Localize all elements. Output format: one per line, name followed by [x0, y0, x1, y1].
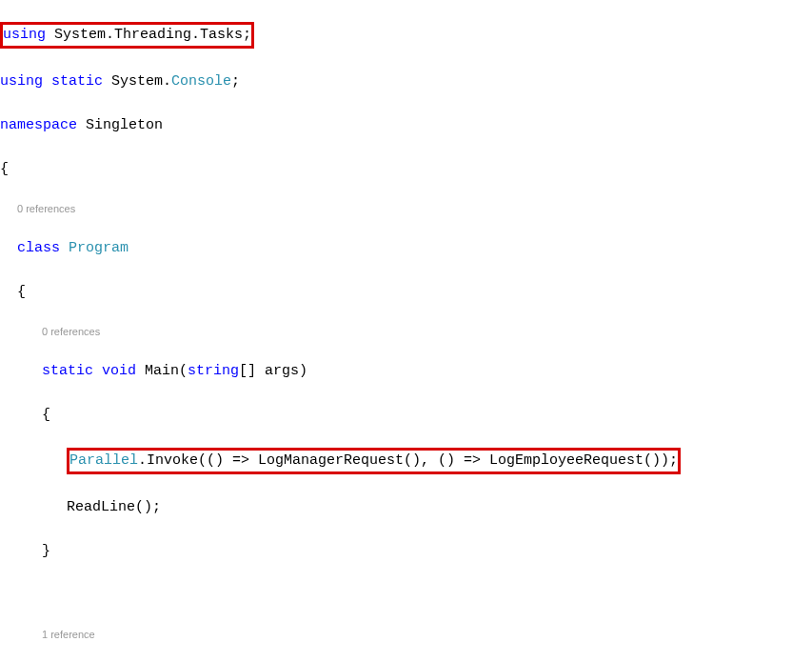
brace: {: [17, 284, 26, 300]
type-name: Program: [69, 240, 129, 256]
highlight-box-using: using System.Threading.Tasks;: [0, 22, 254, 49]
codelens-references[interactable]: 0 references: [0, 325, 812, 338]
code-editor[interactable]: using System.Threading.Tasks; using stat…: [0, 0, 812, 662]
keyword: class: [17, 240, 60, 256]
code-text: Singleton: [77, 117, 163, 133]
code-line: Parallel.Invoke(() => LogManagerRequest(…: [0, 448, 812, 474]
code-line: }: [0, 540, 812, 562]
code-line: static void Main(string[] args): [0, 360, 812, 382]
code-text: .Invoke(() => LogManagerRequest(), () =>…: [138, 452, 678, 469]
code-text: System.Threading.Tasks;: [46, 27, 251, 43]
code-text: System.: [103, 73, 171, 90]
codelens-references[interactable]: 1 reference: [0, 628, 812, 641]
codelens-references[interactable]: 0 references: [0, 202, 812, 215]
keyword: using: [3, 27, 46, 43]
brace: }: [42, 543, 50, 559]
blank-line: [0, 584, 812, 606]
code-line: ReadLine();: [0, 496, 812, 518]
code-text: ReadLine();: [67, 499, 161, 515]
code-line: {: [0, 281, 812, 303]
type-name: Parallel: [69, 452, 138, 469]
keyword: using: [0, 73, 43, 90]
code-text: Main(: [136, 363, 188, 379]
keyword: static: [42, 363, 93, 379]
code-line: namespace Singleton: [0, 114, 812, 136]
code-line: class Program: [0, 237, 812, 259]
keyword: string: [188, 363, 239, 379]
type-name: Console: [171, 73, 231, 90]
code-text: [] args): [239, 363, 307, 379]
keyword: static: [51, 73, 103, 90]
brace: {: [0, 161, 9, 177]
brace: {: [42, 407, 50, 423]
code-text: ;: [231, 73, 240, 90]
code-line: {: [0, 158, 812, 180]
code-line: {: [0, 404, 812, 426]
keyword: void: [102, 363, 136, 379]
code-line: using static System.Console;: [0, 70, 812, 92]
code-line: using System.Threading.Tasks;: [0, 22, 812, 49]
keyword: namespace: [0, 117, 77, 133]
highlight-box-parallel: Parallel.Invoke(() => LogManagerRequest(…: [67, 448, 681, 474]
